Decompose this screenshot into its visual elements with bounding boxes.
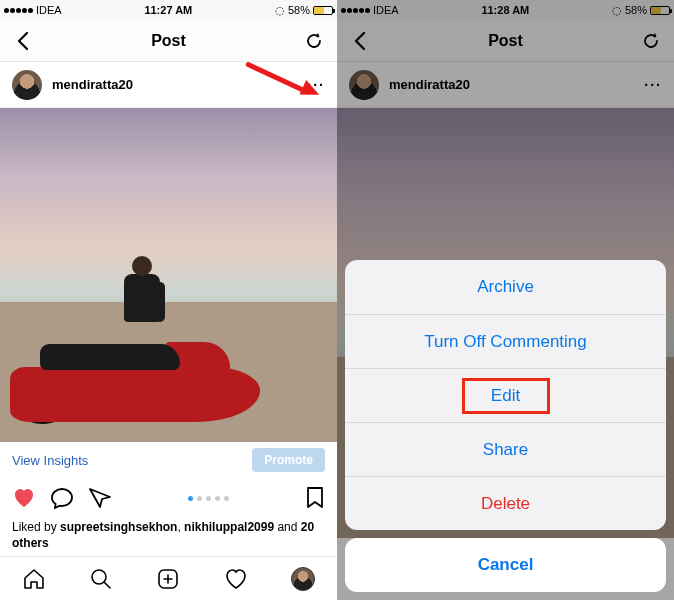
search-tab[interactable] xyxy=(89,567,113,591)
comment-button[interactable] xyxy=(50,487,74,509)
refresh-button[interactable] xyxy=(301,28,327,54)
insights-row: View Insights Promote xyxy=(0,442,337,478)
share-button[interactable] xyxy=(88,487,112,509)
send-icon xyxy=(88,487,112,509)
profile-tab[interactable] xyxy=(291,567,315,591)
tab-bar xyxy=(0,556,337,600)
more-options-button[interactable]: ··· xyxy=(307,77,325,93)
carrier-label: IDEA xyxy=(36,4,62,16)
profile-row: mendiratta20 ··· xyxy=(0,62,337,108)
page-indicator xyxy=(188,496,229,501)
heart-icon xyxy=(12,487,36,509)
phone-left: IDEA 11:27 AM ◌ 58% Post mendiratta20 xyxy=(0,0,337,600)
post-photo[interactable] xyxy=(0,108,337,442)
like-button[interactable] xyxy=(12,487,36,509)
chevron-left-icon xyxy=(16,31,30,51)
nav-bar: Post xyxy=(0,20,337,62)
sheet-cancel[interactable]: Cancel xyxy=(345,538,666,592)
svg-line-2 xyxy=(104,582,110,588)
annotation-highlight xyxy=(462,378,550,414)
plus-square-icon xyxy=(156,567,180,591)
action-sheet: Archive Turn Off Commenting Edit Share D… xyxy=(345,260,666,592)
battery-icon xyxy=(313,6,333,15)
sheet-delete[interactable]: Delete xyxy=(345,476,666,530)
sheet-turn-off-commenting[interactable]: Turn Off Commenting xyxy=(345,314,666,368)
refresh-icon xyxy=(304,31,324,51)
sheet-share[interactable]: Share xyxy=(345,422,666,476)
signal-dots-icon xyxy=(4,8,33,13)
action-bar xyxy=(0,478,337,518)
photo-content xyxy=(115,252,170,372)
comment-icon xyxy=(50,487,74,509)
page-title: Post xyxy=(151,32,186,50)
bookmark-icon xyxy=(305,486,325,510)
bookmark-button[interactable] xyxy=(305,486,325,510)
promote-button[interactable]: Promote xyxy=(252,448,325,472)
loading-icon: ◌ xyxy=(275,4,285,17)
heart-outline-icon xyxy=(224,568,248,590)
battery-label: 58% xyxy=(288,4,310,16)
svg-marker-0 xyxy=(90,489,110,507)
avatar[interactable] xyxy=(12,70,42,100)
likes-text[interactable]: Liked by supreetsinghsekhon, nikhiluppal… xyxy=(0,518,337,557)
home-tab[interactable] xyxy=(22,567,46,591)
home-icon xyxy=(22,567,46,591)
sheet-edit[interactable]: Edit xyxy=(345,368,666,422)
new-post-tab[interactable] xyxy=(156,567,180,591)
phone-right: IDEA 11:28 AM ◌ 58% Post mendiratta20 xyxy=(337,0,674,600)
back-button[interactable] xyxy=(10,28,36,54)
search-icon xyxy=(89,567,113,591)
status-bar: IDEA 11:27 AM ◌ 58% xyxy=(0,0,337,20)
username-label[interactable]: mendiratta20 xyxy=(52,77,133,92)
sheet-archive[interactable]: Archive xyxy=(345,260,666,314)
view-insights-link[interactable]: View Insights xyxy=(12,453,88,468)
activity-tab[interactable] xyxy=(224,568,248,590)
clock-label: 11:27 AM xyxy=(144,4,192,16)
